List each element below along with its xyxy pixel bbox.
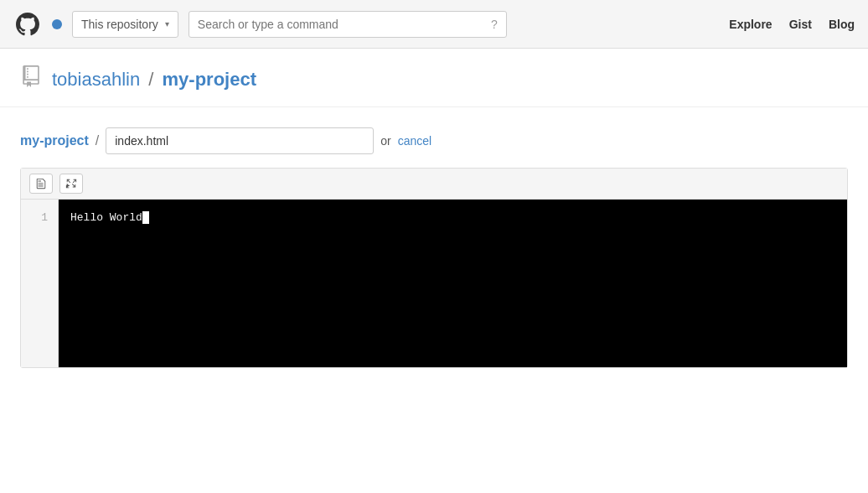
notification-dot xyxy=(52,19,62,29)
repo-name-link[interactable]: my-project xyxy=(163,69,256,90)
file-path-slash: / xyxy=(96,133,99,148)
top-navigation: This repository ▾ ? Explore Gist Blog xyxy=(0,0,868,49)
repo-selector-dropdown[interactable]: This repository ▾ xyxy=(72,11,178,38)
repo-icon xyxy=(20,65,42,93)
cancel-link[interactable]: cancel xyxy=(398,134,431,148)
file-path-area: my-project / or cancel xyxy=(0,107,868,168)
repo-breadcrumb: tobiasahlin / my-project xyxy=(52,69,256,91)
fullscreen-button[interactable] xyxy=(59,174,83,194)
github-logo[interactable] xyxy=(13,10,42,39)
chevron-down-icon: ▾ xyxy=(165,19,169,29)
filename-input[interactable] xyxy=(106,127,374,154)
soft-wrap-button[interactable] xyxy=(29,174,53,194)
help-circle-icon: ? xyxy=(491,18,498,31)
file-path-or-text: or xyxy=(380,134,390,148)
file-path-root-link[interactable]: my-project xyxy=(20,133,89,148)
search-box: ? xyxy=(189,11,507,38)
blog-link[interactable]: Blog xyxy=(829,18,855,31)
editor-toolbar xyxy=(21,169,847,200)
line-number: 1 xyxy=(31,208,48,227)
nav-links: Explore Gist Blog xyxy=(729,18,855,31)
repo-selector-label: This repository xyxy=(81,18,158,31)
repo-header: tobiasahlin / my-project xyxy=(0,49,868,107)
editor-body: 1 Hello World xyxy=(21,200,847,367)
gist-link[interactable]: Gist xyxy=(789,18,812,31)
editor-container: 1 Hello World xyxy=(20,168,848,368)
explore-link[interactable]: Explore xyxy=(729,18,772,31)
code-editor[interactable]: Hello World xyxy=(59,200,847,367)
line-numbers: 1 xyxy=(21,200,59,367)
breadcrumb-separator: / xyxy=(148,69,153,90)
repo-owner-link[interactable]: tobiasahlin xyxy=(52,69,140,90)
search-input[interactable] xyxy=(198,18,484,31)
